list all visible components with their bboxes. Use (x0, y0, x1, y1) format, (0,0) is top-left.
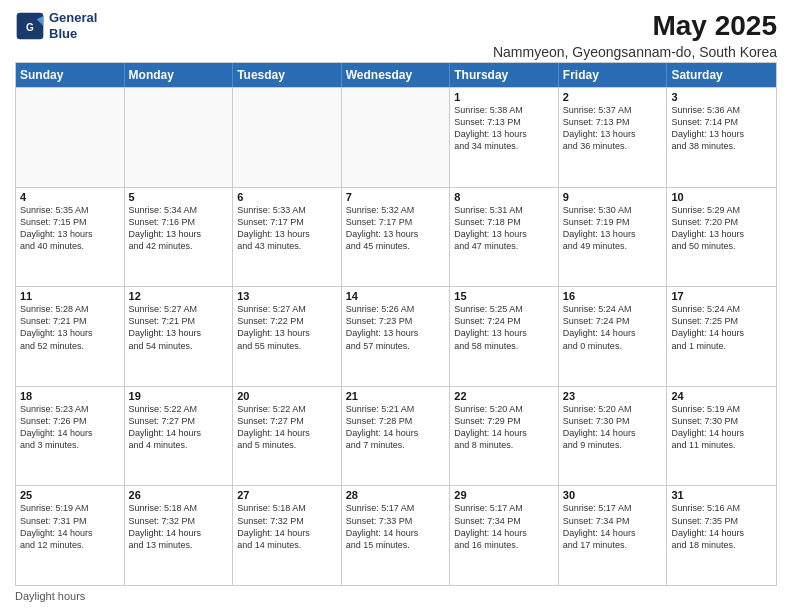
calendar-cell-31: 31Sunrise: 5:16 AM Sunset: 7:35 PM Dayli… (667, 486, 776, 585)
calendar-cell-13: 13Sunrise: 5:27 AM Sunset: 7:22 PM Dayli… (233, 287, 342, 386)
day-number: 24 (671, 390, 772, 402)
calendar-cell-empty (342, 88, 451, 187)
calendar-header: SundayMondayTuesdayWednesdayThursdayFrid… (16, 63, 776, 87)
day-number: 4 (20, 191, 120, 203)
day-number: 17 (671, 290, 772, 302)
calendar-cell-24: 24Sunrise: 5:19 AM Sunset: 7:30 PM Dayli… (667, 387, 776, 486)
day-number: 31 (671, 489, 772, 501)
day-info: Sunrise: 5:17 AM Sunset: 7:34 PM Dayligh… (454, 502, 554, 551)
logo-text: General Blue (49, 10, 97, 41)
day-number: 1 (454, 91, 554, 103)
calendar-cell-19: 19Sunrise: 5:22 AM Sunset: 7:27 PM Dayli… (125, 387, 234, 486)
day-info: Sunrise: 5:29 AM Sunset: 7:20 PM Dayligh… (671, 204, 772, 253)
subtitle: Nammyeon, Gyeongsannam-do, South Korea (493, 44, 777, 60)
logo-icon: G (15, 11, 45, 41)
day-number: 3 (671, 91, 772, 103)
calendar-cell-21: 21Sunrise: 5:21 AM Sunset: 7:28 PM Dayli… (342, 387, 451, 486)
day-number: 25 (20, 489, 120, 501)
day-number: 13 (237, 290, 337, 302)
day-info: Sunrise: 5:17 AM Sunset: 7:34 PM Dayligh… (563, 502, 663, 551)
calendar-cell-17: 17Sunrise: 5:24 AM Sunset: 7:25 PM Dayli… (667, 287, 776, 386)
day-info: Sunrise: 5:16 AM Sunset: 7:35 PM Dayligh… (671, 502, 772, 551)
calendar-cell-empty (233, 88, 342, 187)
title-block: May 2025 Nammyeon, Gyeongsannam-do, Sout… (493, 10, 777, 60)
calendar-cell-20: 20Sunrise: 5:22 AM Sunset: 7:27 PM Dayli… (233, 387, 342, 486)
day-info: Sunrise: 5:26 AM Sunset: 7:23 PM Dayligh… (346, 303, 446, 352)
day-number: 19 (129, 390, 229, 402)
calendar-cell-11: 11Sunrise: 5:28 AM Sunset: 7:21 PM Dayli… (16, 287, 125, 386)
calendar-cell-2: 2Sunrise: 5:37 AM Sunset: 7:13 PM Daylig… (559, 88, 668, 187)
calendar-cell-25: 25Sunrise: 5:19 AM Sunset: 7:31 PM Dayli… (16, 486, 125, 585)
calendar-weekday-saturday: Saturday (667, 63, 776, 87)
day-number: 14 (346, 290, 446, 302)
calendar-cell-6: 6Sunrise: 5:33 AM Sunset: 7:17 PM Daylig… (233, 188, 342, 287)
calendar-cell-12: 12Sunrise: 5:27 AM Sunset: 7:21 PM Dayli… (125, 287, 234, 386)
day-info: Sunrise: 5:19 AM Sunset: 7:30 PM Dayligh… (671, 403, 772, 452)
calendar-cell-7: 7Sunrise: 5:32 AM Sunset: 7:17 PM Daylig… (342, 188, 451, 287)
day-info: Sunrise: 5:37 AM Sunset: 7:13 PM Dayligh… (563, 104, 663, 153)
calendar-cell-14: 14Sunrise: 5:26 AM Sunset: 7:23 PM Dayli… (342, 287, 451, 386)
day-number: 15 (454, 290, 554, 302)
day-info: Sunrise: 5:35 AM Sunset: 7:15 PM Dayligh… (20, 204, 120, 253)
day-info: Sunrise: 5:23 AM Sunset: 7:26 PM Dayligh… (20, 403, 120, 452)
calendar-cell-empty (125, 88, 234, 187)
day-number: 26 (129, 489, 229, 501)
calendar-week-5: 25Sunrise: 5:19 AM Sunset: 7:31 PM Dayli… (16, 485, 776, 585)
day-number: 21 (346, 390, 446, 402)
day-info: Sunrise: 5:27 AM Sunset: 7:22 PM Dayligh… (237, 303, 337, 352)
day-info: Sunrise: 5:30 AM Sunset: 7:19 PM Dayligh… (563, 204, 663, 253)
day-info: Sunrise: 5:22 AM Sunset: 7:27 PM Dayligh… (129, 403, 229, 452)
day-info: Sunrise: 5:38 AM Sunset: 7:13 PM Dayligh… (454, 104, 554, 153)
day-info: Sunrise: 5:18 AM Sunset: 7:32 PM Dayligh… (129, 502, 229, 551)
day-number: 10 (671, 191, 772, 203)
day-info: Sunrise: 5:20 AM Sunset: 7:30 PM Dayligh… (563, 403, 663, 452)
day-number: 2 (563, 91, 663, 103)
day-number: 23 (563, 390, 663, 402)
day-info: Sunrise: 5:27 AM Sunset: 7:21 PM Dayligh… (129, 303, 229, 352)
day-info: Sunrise: 5:19 AM Sunset: 7:31 PM Dayligh… (20, 502, 120, 551)
day-info: Sunrise: 5:32 AM Sunset: 7:17 PM Dayligh… (346, 204, 446, 253)
day-number: 18 (20, 390, 120, 402)
calendar-cell-1: 1Sunrise: 5:38 AM Sunset: 7:13 PM Daylig… (450, 88, 559, 187)
calendar-cell-4: 4Sunrise: 5:35 AM Sunset: 7:15 PM Daylig… (16, 188, 125, 287)
calendar-cell-22: 22Sunrise: 5:20 AM Sunset: 7:29 PM Dayli… (450, 387, 559, 486)
day-info: Sunrise: 5:34 AM Sunset: 7:16 PM Dayligh… (129, 204, 229, 253)
calendar-cell-27: 27Sunrise: 5:18 AM Sunset: 7:32 PM Dayli… (233, 486, 342, 585)
day-info: Sunrise: 5:17 AM Sunset: 7:33 PM Dayligh… (346, 502, 446, 551)
day-info: Sunrise: 5:20 AM Sunset: 7:29 PM Dayligh… (454, 403, 554, 452)
day-number: 7 (346, 191, 446, 203)
day-number: 30 (563, 489, 663, 501)
page: G General Blue May 2025 Nammyeon, Gyeong… (0, 0, 792, 612)
calendar-cell-29: 29Sunrise: 5:17 AM Sunset: 7:34 PM Dayli… (450, 486, 559, 585)
calendar-weekday-monday: Monday (125, 63, 234, 87)
calendar: SundayMondayTuesdayWednesdayThursdayFrid… (15, 62, 777, 586)
day-number: 6 (237, 191, 337, 203)
calendar-cell-23: 23Sunrise: 5:20 AM Sunset: 7:30 PM Dayli… (559, 387, 668, 486)
calendar-cell-10: 10Sunrise: 5:29 AM Sunset: 7:20 PM Dayli… (667, 188, 776, 287)
calendar-cell-18: 18Sunrise: 5:23 AM Sunset: 7:26 PM Dayli… (16, 387, 125, 486)
calendar-weekday-sunday: Sunday (16, 63, 125, 87)
calendar-week-4: 18Sunrise: 5:23 AM Sunset: 7:26 PM Dayli… (16, 386, 776, 486)
day-info: Sunrise: 5:22 AM Sunset: 7:27 PM Dayligh… (237, 403, 337, 452)
calendar-cell-5: 5Sunrise: 5:34 AM Sunset: 7:16 PM Daylig… (125, 188, 234, 287)
main-title: May 2025 (493, 10, 777, 42)
calendar-cell-3: 3Sunrise: 5:36 AM Sunset: 7:14 PM Daylig… (667, 88, 776, 187)
day-number: 22 (454, 390, 554, 402)
day-info: Sunrise: 5:31 AM Sunset: 7:18 PM Dayligh… (454, 204, 554, 253)
calendar-weekday-friday: Friday (559, 63, 668, 87)
logo: G General Blue (15, 10, 97, 41)
calendar-week-1: 1Sunrise: 5:38 AM Sunset: 7:13 PM Daylig… (16, 87, 776, 187)
calendar-cell-9: 9Sunrise: 5:30 AM Sunset: 7:19 PM Daylig… (559, 188, 668, 287)
footer-note: Daylight hours (15, 590, 777, 602)
calendar-weekday-wednesday: Wednesday (342, 63, 451, 87)
header: G General Blue May 2025 Nammyeon, Gyeong… (15, 10, 777, 60)
day-info: Sunrise: 5:24 AM Sunset: 7:24 PM Dayligh… (563, 303, 663, 352)
day-info: Sunrise: 5:18 AM Sunset: 7:32 PM Dayligh… (237, 502, 337, 551)
calendar-cell-15: 15Sunrise: 5:25 AM Sunset: 7:24 PM Dayli… (450, 287, 559, 386)
calendar-body: 1Sunrise: 5:38 AM Sunset: 7:13 PM Daylig… (16, 87, 776, 585)
calendar-cell-16: 16Sunrise: 5:24 AM Sunset: 7:24 PM Dayli… (559, 287, 668, 386)
calendar-cell-26: 26Sunrise: 5:18 AM Sunset: 7:32 PM Dayli… (125, 486, 234, 585)
calendar-cell-8: 8Sunrise: 5:31 AM Sunset: 7:18 PM Daylig… (450, 188, 559, 287)
calendar-cell-30: 30Sunrise: 5:17 AM Sunset: 7:34 PM Dayli… (559, 486, 668, 585)
day-number: 12 (129, 290, 229, 302)
